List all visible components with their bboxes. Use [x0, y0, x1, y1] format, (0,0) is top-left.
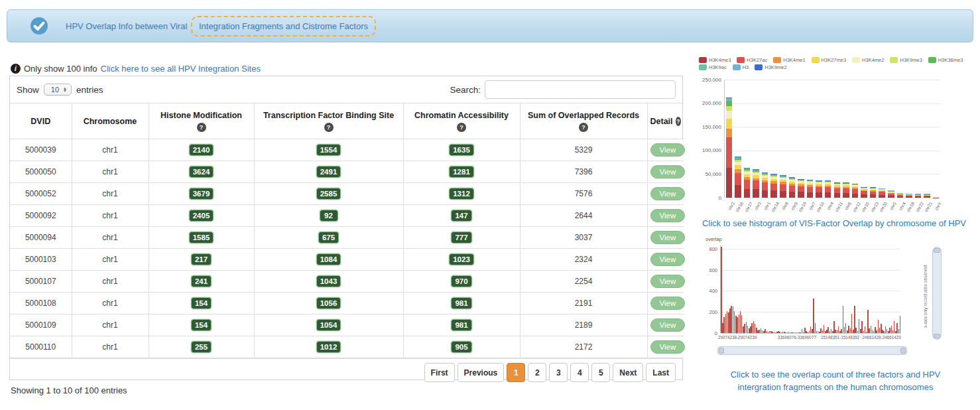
page-button-2[interactable]: 2 — [528, 363, 546, 382]
view-button[interactable]: View — [650, 275, 686, 288]
page-size-select[interactable]: 10 ▲▼ — [44, 84, 72, 96]
count-badge: 970 — [451, 275, 471, 287]
legend-swatch — [733, 64, 741, 70]
bar-segment-H3 — [816, 180, 822, 181]
view-button[interactable]: View — [650, 143, 686, 157]
legend-item-H3K9ac[interactable]: H3K9ac — [699, 64, 727, 70]
bar-segment-H3K4me1 — [735, 169, 741, 173]
bar-segment-H3K27me3 — [870, 190, 877, 191]
legend-item-H3K36me3[interactable]: H3K36me3 — [928, 57, 963, 63]
x-axis-tick-label: chr10 — [816, 201, 825, 213]
count-badge: 1585 — [189, 232, 214, 243]
gridline — [725, 198, 940, 198]
help-icon[interactable]: ? — [197, 123, 206, 132]
legend-item-H3K27me3[interactable]: H3K27me3 — [812, 57, 847, 63]
count-badge: 1281 — [449, 166, 474, 178]
y-axis-tick-label: 800 — [695, 246, 717, 252]
legend-item-H3K4me2[interactable]: H3K4me2 — [852, 57, 884, 63]
page-button-next[interactable]: Next — [613, 363, 643, 382]
bar-segment-H3K4me1 — [753, 178, 759, 181]
column-header-transcription-factor-binding-site[interactable]: Transcription Factor Binding Site? — [254, 103, 403, 139]
x-axis-tick-label: chr11 — [834, 201, 843, 212]
check-circle-icon — [30, 17, 48, 35]
bar-segment-H3K9me3 — [780, 177, 786, 178]
legend-item-H3K4me1[interactable]: H3K4me1 — [773, 57, 805, 63]
scrollbar-handle[interactable] — [719, 348, 724, 354]
bar-segment-H3K27ac — [843, 188, 849, 193]
page-button-3[interactable]: 3 — [549, 363, 568, 382]
bar-segment-H3K9me3 — [852, 184, 859, 185]
legend-item-H3K27ac[interactable]: H3K27ac — [737, 57, 767, 63]
table-row: 5000107chr124110439702254View — [10, 271, 684, 293]
page-button-4[interactable]: 4 — [570, 363, 589, 382]
view-button[interactable]: View — [650, 318, 686, 332]
legend-label: H3K4me1 — [783, 57, 805, 63]
chart1-plot-area[interactable]: chr2chr16chr17chr3chr1chr14chr8chr9chr19… — [724, 80, 940, 198]
view-button[interactable]: View — [650, 297, 686, 310]
view-button[interactable]: View — [650, 187, 686, 200]
chart2-caption-link[interactable]: Click to see the overlap count of three … — [696, 369, 975, 394]
bar-segment-H3K27ac — [762, 182, 768, 190]
column-header-dvid[interactable]: DVID — [10, 103, 72, 139]
page-button-1[interactable]: 1 — [507, 363, 525, 382]
horizontal-scrollbar[interactable] — [717, 346, 907, 355]
cell-detail: View — [647, 205, 684, 227]
scrollbar-handle[interactable] — [934, 334, 940, 338]
cell-dvid: 5000092 — [10, 205, 72, 227]
legend-item-H3K4me3[interactable]: H3K4me3 — [699, 57, 731, 63]
bar-segment-H3K36me3 — [843, 182, 849, 183]
help-icon[interactable]: ? — [579, 123, 588, 132]
column-header-chromatin-accessibility[interactable]: Chromatin Accessibility? — [403, 103, 520, 139]
page-button-5[interactable]: 5 — [591, 363, 610, 382]
bar-segment-H3K4me3 — [906, 196, 912, 198]
legend-item-H3K9me3[interactable]: H3K9me3 — [890, 57, 922, 63]
view-button[interactable]: View — [650, 253, 686, 266]
column-header-sum-of-overlapped-records[interactable]: Sum of Overlapped Records? — [520, 103, 647, 139]
cell-chromatin: 147 — [403, 205, 520, 227]
cell-chromatin: 981 — [403, 293, 520, 314]
view-button[interactable]: View — [650, 165, 686, 178]
page-button-first[interactable]: First — [424, 363, 455, 382]
chart2-plot-area[interactable]: 29074238-2907423933696076-33696077151483… — [720, 245, 900, 333]
cell-chromatin: 905 — [403, 336, 520, 358]
help-icon[interactable]: ? — [676, 117, 681, 126]
vertical-scrollbar[interactable] — [932, 247, 942, 340]
column-header-histone-modification[interactable]: Histone Modification? — [149, 103, 254, 139]
scrollbar-handle[interactable] — [934, 248, 940, 253]
page-button-last[interactable]: Last — [646, 363, 676, 382]
bar-segment-H3K27me3 — [744, 174, 751, 177]
histogram-bar — [900, 316, 901, 333]
y-axis-tick-label: 50,000 — [695, 171, 721, 177]
chart1-caption-link[interactable]: Click to see histogram of VIS-Factor Ove… — [695, 218, 973, 230]
view-button[interactable]: View — [650, 209, 686, 222]
column-header-detail[interactable]: Detail? — [647, 103, 684, 139]
search-input[interactable] — [485, 80, 676, 99]
legend-item-H3[interactable]: H3 — [733, 64, 749, 70]
table-row: 5000050chr13624249112817396View — [10, 161, 684, 183]
legend-item-H3K9me2[interactable]: H3K9me2 — [755, 64, 786, 70]
bar-segment-H3K27me3 — [726, 119, 733, 129]
stacked-bar-chart[interactable]: chr2chr16chr17chr3chr1chr14chr8chr9chr19… — [695, 77, 973, 218]
page-button-previous[interactable]: Previous — [458, 363, 505, 382]
bar-segment-H3K4me2 — [861, 188, 867, 189]
view-button[interactable]: View — [650, 340, 686, 354]
bar-segment-H3K27ac — [834, 188, 841, 193]
help-icon[interactable]: ? — [457, 123, 466, 132]
scrollbar-handle[interactable] — [900, 348, 906, 354]
x-axis-tick-label: 29074238-29074239 — [718, 335, 757, 340]
x-axis-tick-label: chr12 — [852, 201, 861, 213]
overlap-histogram-chart[interactable]: overlap29074238-2907423933696076-3369607… — [695, 234, 976, 366]
cell-chromosome: chr1 — [72, 336, 149, 358]
bar-segment-H3K27ac — [726, 137, 733, 167]
count-badge: 217 — [191, 253, 212, 265]
bar-segment-H3K27ac — [753, 180, 759, 189]
cell-dvid: 5000103 — [10, 249, 72, 271]
cell-detail: View — [647, 271, 684, 293]
column-header-chromosome[interactable]: Chromosome — [72, 103, 149, 139]
cell-chromatin: 1023 — [403, 249, 520, 271]
see-all-sites-link[interactable]: Click here to see all HPV Integration Si… — [101, 64, 261, 74]
page-size-value: 10 — [51, 86, 59, 94]
column-label: Sum of Overlapped Records — [528, 111, 639, 120]
help-icon[interactable]: ? — [324, 123, 334, 132]
view-button[interactable]: View — [650, 231, 686, 244]
